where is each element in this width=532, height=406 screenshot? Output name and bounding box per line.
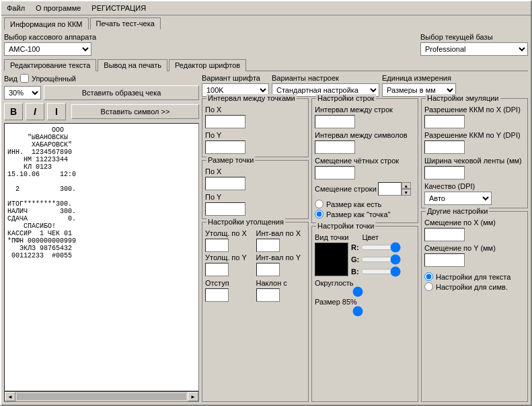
razmer-group: Размер точки По X 0.31 По Y 0.26 xyxy=(202,160,309,219)
smesh-y-row: Смещение по Y (мм) xyxy=(424,244,525,252)
spin-up[interactable]: ▲ xyxy=(402,182,411,189)
kassa-group: Выбор кассового аппарата АМС-100 xyxy=(4,33,96,56)
baza-group: Выбор текущей базы Professional xyxy=(420,33,528,56)
drugie-radio2[interactable] xyxy=(424,282,433,291)
kachestvo-select[interactable]: Авто xyxy=(424,192,492,205)
baza-label: Выбор текущей базы xyxy=(420,33,528,41)
otstup-grid: Отступ Наклон с -2 5 xyxy=(205,279,305,302)
interval-strok-input[interactable]: 1 xyxy=(315,115,355,128)
toolbar-row2: 30% Вставить образец чека xyxy=(4,85,199,100)
razmer-radio1-row: Размер как есть xyxy=(315,200,415,208)
shadow-btn[interactable]: I xyxy=(47,103,66,120)
naklon-label: Наклон с xyxy=(256,279,306,287)
selects-row: Выбор кассового аппарата АМС-100 Выбор т… xyxy=(4,33,528,56)
utolsch-x-input[interactable]: 2 xyxy=(205,239,229,252)
r-slider[interactable] xyxy=(360,243,401,252)
smesh-stroki-row: Смещение строки 0 ▲ ▼ xyxy=(315,182,415,196)
interval-x-input[interactable]: 0 xyxy=(205,115,245,128)
okrugl-row: Округлость xyxy=(315,279,401,298)
razmer-row: Размер 85% xyxy=(315,298,401,317)
utolsch-y-input[interactable]: 1 xyxy=(205,263,229,276)
interval-y-label: По Y xyxy=(205,131,221,139)
tab-edit-text[interactable]: Редактирование текста xyxy=(4,59,96,71)
col2: Настройки строк Интервал между строк 1 И… xyxy=(311,98,418,402)
utolsch-group: Настройки утолщения Утолщ. по X Инт-вал … xyxy=(202,222,309,402)
editor-row: Вид Упрощённый 30% Вставить образец чека… xyxy=(4,74,528,402)
vid-tochki-label: Вид точки xyxy=(315,233,348,241)
naklon-input[interactable]: 5 xyxy=(256,288,280,302)
toolbar-row1: Вид Упрощённый xyxy=(4,74,199,83)
otstup-input[interactable]: -2 xyxy=(205,288,229,302)
tab-print[interactable]: Печать тест-чека xyxy=(90,17,161,30)
drugie-radio1[interactable] xyxy=(424,272,433,281)
r-row: R: xyxy=(351,243,401,252)
dpi-x-input[interactable]: 81 xyxy=(424,115,465,128)
drugie-title: Другие настройки xyxy=(426,207,489,215)
baza-select[interactable]: Professional xyxy=(420,42,528,56)
menu-registration[interactable]: РЕГИСТРАЦИЯ xyxy=(89,3,149,13)
razmer-radio1-label: Размер как есть xyxy=(326,200,381,208)
scroll-right-btn[interactable]: ► xyxy=(188,392,198,401)
smesh-stroki-label: Смещение строки xyxy=(315,185,377,193)
razmer-y-label: По Y xyxy=(205,193,221,201)
interval-y-col-input[interactable]: 0 xyxy=(256,263,280,276)
smesh-y-input[interactable]: 16 xyxy=(424,253,465,267)
edinica-label: Единица измерения xyxy=(382,74,456,82)
emul-group: Настройки эмуляции Разрешение ККМ по X (… xyxy=(421,98,528,208)
interval-x-col-input[interactable]: 0 xyxy=(256,239,280,252)
scroll-left-btn[interactable]: ◄ xyxy=(5,392,15,401)
interval-y-input[interactable]: 0 xyxy=(205,140,245,154)
col1: Интервал между точками По X 0 По Y 0 xyxy=(202,98,309,402)
horizontal-scrollbar[interactable]: ◄ ► xyxy=(4,391,199,402)
preview-area[interactable]: ООО "ЫВАНОВСКЫ ХАБАРОВСК" ИНН. 123456789… xyxy=(4,123,199,391)
font-variant-group: Вариант шрифта 100K xyxy=(202,74,269,97)
interval-simv-input[interactable]: -1 xyxy=(315,140,355,154)
okrugl-slider[interactable] xyxy=(315,287,401,296)
razmer-x-input[interactable]: 0.31 xyxy=(205,177,245,190)
vid-label: Вид xyxy=(4,75,17,83)
tab-info[interactable]: Информация по ККМ xyxy=(4,17,89,30)
tochki-left: Вид точки Цвет R: xyxy=(315,233,401,317)
insert-sample-btn[interactable]: Вставить образец чека xyxy=(44,85,199,100)
tab-print[interactable]: Вывод на печать xyxy=(98,59,167,71)
g-slider[interactable] xyxy=(360,255,401,264)
dpi-x-label: Разрешение ККМ по X (DPI) xyxy=(424,106,521,114)
razmer-x-label: По X xyxy=(205,167,221,175)
smesh-x-input[interactable]: 8.5 xyxy=(424,228,465,241)
bold-btn[interactable]: B xyxy=(4,103,23,120)
dpi-y-input[interactable]: 97 xyxy=(424,140,465,154)
razmer-radio1[interactable] xyxy=(315,200,324,208)
zoom-select[interactable]: 30% xyxy=(4,86,41,99)
uproschennyy-checkbox[interactable] xyxy=(20,74,29,83)
g-label: G: xyxy=(351,255,359,263)
interval-y-row: По Y xyxy=(205,131,305,139)
utolsch-title: Настройки утолщения xyxy=(206,218,285,226)
b-label: B: xyxy=(351,268,359,276)
inner-tab-bar: Редактирование текста Вывод на печать Ре… xyxy=(4,58,528,71)
menu-about[interactable]: О программе xyxy=(33,3,83,13)
insert-symbol-btn[interactable]: Вставить символ >> xyxy=(71,104,199,119)
italic-btn[interactable]: I xyxy=(26,103,44,120)
spin-down[interactable]: ▼ xyxy=(402,189,411,196)
drugie-radio1-row: Настройки для текста xyxy=(424,272,525,281)
drugie-radio1-label: Настройки для текста xyxy=(436,273,510,281)
menu-file[interactable]: Файл xyxy=(4,3,28,13)
color-swatch[interactable] xyxy=(315,243,348,276)
g-row: G: xyxy=(351,255,401,264)
tab-font-editor[interactable]: Редактор шрифтов xyxy=(169,59,246,71)
interval-x-row: По X xyxy=(205,106,305,114)
strok-title: Настройки строк xyxy=(316,94,376,102)
smesh-chet-input[interactable]: 0 xyxy=(315,166,355,179)
dpi-y-row: Разрешение ККМ по Y (DPI) xyxy=(424,131,525,139)
razmer-y-input[interactable]: 0.26 xyxy=(205,202,245,216)
top-tab-bar: Информация по ККМ Печать тест-чека xyxy=(1,15,531,30)
shirin-input[interactable]: 57.5 xyxy=(424,166,465,179)
b-slider[interactable] xyxy=(360,267,401,276)
kassa-select[interactable]: АМС-100 xyxy=(4,42,91,56)
razmer-slider[interactable] xyxy=(315,306,401,315)
drugie-radio-group: Настройки для текста Настройки для симв. xyxy=(424,272,525,291)
r-label: R: xyxy=(351,243,359,251)
razmer-radio2[interactable] xyxy=(315,210,324,218)
rgb-sliders: R: G: B: xyxy=(351,243,401,276)
smesh-stroki-input[interactable]: 0 xyxy=(378,182,402,196)
